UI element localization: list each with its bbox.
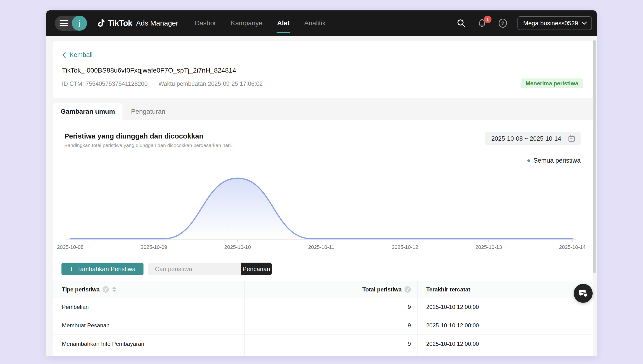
- page-content: Kembali TikTok_-000BS88u6vf0Fxqjwafe0F7O…: [46, 36, 597, 356]
- status-badge: Menerima peristiwa: [521, 78, 583, 88]
- table-actions: + Tambahkan Peristiwa Pencarian: [62, 262, 593, 275]
- meta-row: ID CTM: 7554057537541128200 Waktu pembua…: [62, 80, 582, 87]
- date-range-picker[interactable]: 2025-10-08 ~ 2025-10-14: [485, 132, 580, 145]
- search-submit-button[interactable]: Pencarian: [241, 262, 272, 275]
- chart-title: Peristiwa yang diunggah dan dicocokkan: [64, 132, 232, 140]
- table-row[interactable]: Menambahkan Info Pembayaran 9 2025-10-10…: [53, 335, 593, 353]
- sort-icon[interactable]: [112, 287, 116, 292]
- table-row[interactable]: Pembelian 9 2025-10-10 12:00:00: [53, 298, 593, 316]
- nav-link-analitik[interactable]: Analitik: [304, 10, 326, 36]
- vertical-scrollbar[interactable]: [593, 40, 596, 273]
- tab-bar: Gambaran umum Pengaturan: [53, 103, 593, 120]
- chevron-down-icon: [581, 21, 587, 25]
- chat-icon: [578, 288, 589, 299]
- menu-avatar-pill[interactable]: j: [55, 16, 87, 31]
- event-total: 9: [245, 298, 418, 316]
- event-total: 9: [245, 335, 418, 353]
- account-selector[interactable]: Mega business0529: [518, 16, 592, 30]
- chart-header: Peristiwa yang diunggah dan dicocokkan B…: [53, 132, 593, 148]
- col-total-peristiwa: Total peristiwa: [362, 286, 402, 293]
- x-axis-label: 2025-10-09: [141, 244, 167, 250]
- event-type: Membuat Pesanan: [53, 316, 245, 334]
- x-axis-label: 2025-10-10: [224, 244, 251, 250]
- tiktok-brand: TikTok Ads Manager: [96, 18, 178, 28]
- chevron-left-icon: [62, 52, 66, 58]
- x-axis-label: 2025-10-13: [476, 244, 502, 250]
- event-last-recorded: 2025-10-10 12:00:00: [418, 316, 593, 334]
- x-axis-label: 2025-10-08: [57, 244, 84, 250]
- help-icon[interactable]: ?: [102, 286, 109, 292]
- brand-suffix: Ads Manager: [136, 19, 178, 27]
- legend-label: Semua peristiwa: [533, 157, 580, 164]
- top-navbar: j TikTok Ads Manager Dasbor Kampanye Ala…: [46, 10, 597, 36]
- tiktok-note-icon: [96, 18, 106, 28]
- hamburger-menu-icon[interactable]: [60, 20, 68, 26]
- chart-subtitle: Bandingkan total peristiwa yang diunggah…: [64, 142, 232, 148]
- nav-link-kampanye[interactable]: Kampanye: [230, 10, 263, 36]
- col-tipe-peristiwa: Tipe peristiwa: [62, 286, 100, 293]
- tab-pengaturan[interactable]: Pengaturan: [122, 103, 174, 120]
- navbar-right: 1 ? Mega business0529: [455, 16, 592, 30]
- created-at: Waktu pembuatan:2025-09-25 17:06:02: [158, 80, 263, 87]
- notifications-button[interactable]: 1: [476, 17, 488, 29]
- main-nav: Dasbor Kampanye Alat Analitik: [194, 10, 326, 36]
- pixel-header-card: Kembali TikTok_-000BS88u6vf0Fxqjwafe0F7O…: [53, 41, 593, 98]
- legend-dot-icon: [528, 159, 530, 162]
- nav-link-dasbor[interactable]: Dasbor: [194, 10, 216, 36]
- svg-text:?: ?: [501, 20, 504, 26]
- help-icon: ?: [498, 18, 508, 28]
- user-avatar[interactable]: j: [72, 16, 87, 31]
- calendar-icon: [568, 135, 576, 142]
- nav-link-alat[interactable]: Alat: [276, 10, 290, 36]
- help-icon[interactable]: ?: [404, 286, 411, 292]
- search-input[interactable]: [148, 262, 241, 275]
- col-terakhir-tercatat: Terakhir tercatat: [426, 286, 470, 293]
- add-event-button[interactable]: + Tambahkan Peristiwa: [62, 262, 144, 275]
- tab-gambaran-umum[interactable]: Gambaran umum: [53, 103, 122, 120]
- event-last-recorded: 2025-10-10 12:00:00: [418, 335, 593, 353]
- ctm-id: ID CTM: 7554057537541128200: [62, 80, 148, 87]
- x-axis-label: 2025-10-12: [392, 244, 418, 250]
- event-type: Pembelian: [53, 298, 245, 316]
- table-header: Tipe peristiwa ? Total peristiwa ? Terak…: [53, 281, 593, 298]
- event-search: Pencarian: [148, 262, 272, 275]
- overview-panel: Peristiwa yang diunggah dan dicocokkan B…: [53, 120, 593, 356]
- help-button[interactable]: ?: [497, 17, 509, 29]
- plus-icon: +: [70, 265, 73, 273]
- events-chart: 2025-10-082025-10-092025-10-102025-10-11…: [53, 165, 593, 251]
- search-icon: [456, 18, 466, 28]
- events-chart-svg: 2025-10-082025-10-092025-10-102025-10-11…: [53, 165, 593, 251]
- event-last-recorded: 2025-10-10 12:00:00: [418, 298, 593, 316]
- table-row-partial: [53, 353, 593, 356]
- brand-name: TikTok: [108, 18, 132, 28]
- date-range-value: 2025-10-08 ~ 2025-10-14: [491, 135, 561, 142]
- page-title: TikTok_-000BS88u6vf0Fxqjwafe0F7O_spTj_2i…: [62, 67, 582, 74]
- chart-legend: Semua peristiwa: [53, 156, 593, 165]
- event-total: 9: [245, 316, 418, 334]
- events-table: Tipe peristiwa ? Total peristiwa ? Terak…: [53, 281, 593, 356]
- back-label: Kembali: [70, 51, 93, 58]
- chat-support-fab[interactable]: [574, 284, 593, 303]
- account-name: Mega business0529: [523, 20, 578, 27]
- search-button[interactable]: [455, 17, 467, 29]
- table-row[interactable]: Membuat Pesanan 9 2025-10-10 12:00:00: [53, 316, 593, 335]
- x-axis-label: 2025-10-11: [308, 244, 334, 250]
- event-type: Menambahkan Info Pembayaran: [53, 335, 245, 353]
- browser-app-window: j TikTok Ads Manager Dasbor Kampanye Ala…: [46, 10, 597, 356]
- notification-badge: 1: [484, 16, 492, 23]
- back-link[interactable]: Kembali: [62, 51, 93, 58]
- x-axis-label: 2025-10-14: [559, 244, 586, 250]
- add-event-label: Tambahkan Peristiwa: [77, 266, 136, 273]
